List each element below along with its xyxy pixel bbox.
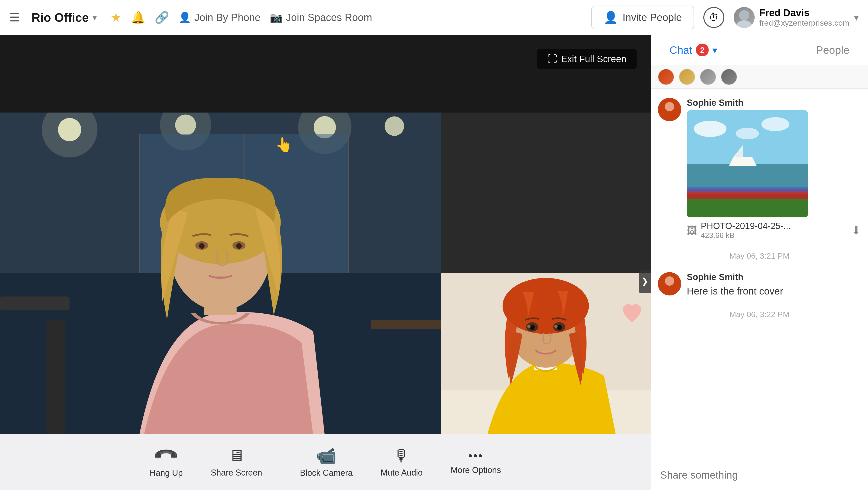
message-text-2: Here is the front cover xyxy=(687,285,861,298)
share-input-field[interactable] xyxy=(660,469,859,481)
chat-badge: 2 xyxy=(696,43,709,56)
header-right: 👤 Invite People ⏱ Fred Davis fred@xyzent… xyxy=(591,6,859,29)
hang-up-button[interactable]: 📞 Hang Up xyxy=(136,442,197,483)
mute-audio-button[interactable]: 🎙 Mute Audio xyxy=(367,442,437,482)
svg-rect-27 xyxy=(139,134,140,273)
svg-point-1 xyxy=(736,20,752,28)
controls-bar: 📞 Hang Up 🖥 Share Screen 📹 Block Camera … xyxy=(0,434,651,490)
join-phone-button[interactable]: 👤 Join By Phone xyxy=(178,11,261,24)
exit-fullscreen-icon: ⛶ xyxy=(547,53,557,65)
video-participant-right-container xyxy=(441,112,651,434)
exit-fullscreen-label: Exit Full Screen xyxy=(561,54,626,64)
file-info: PHOTO-2019-04-25-... 423.66 kB xyxy=(701,221,791,240)
tab-people[interactable]: People xyxy=(807,39,859,61)
app-title: Rio Office ▾ xyxy=(31,10,97,25)
message-1: Sophie Smith xyxy=(658,98,861,240)
svg-point-64 xyxy=(665,276,674,286)
svg-point-0 xyxy=(739,10,749,20)
controls-divider xyxy=(281,448,281,476)
svg-point-45 xyxy=(502,278,589,334)
message-sender-2: Sophie Smith xyxy=(687,272,861,282)
chat-area[interactable]: Sophie Smith xyxy=(651,89,868,460)
block-camera-button[interactable]: 📹 Block Camera xyxy=(286,442,367,483)
sidebar-toggle-button[interactable]: ❯ xyxy=(639,269,651,293)
block-camera-icon: 📹 xyxy=(316,446,337,465)
header-actions: ★ 🔔 🔗 👤 Join By Phone 📷 Join Spaces Room xyxy=(111,10,372,25)
message-avatar-1 xyxy=(658,98,681,121)
more-options-label: More Options xyxy=(451,465,501,475)
video-grid xyxy=(0,112,651,434)
star-icon[interactable]: ★ xyxy=(111,10,122,25)
user-name: Fred Davis xyxy=(759,7,849,19)
svg-point-49 xyxy=(557,325,562,330)
message-time-2: May 06, 3:22 PM xyxy=(658,310,861,319)
svg-rect-59 xyxy=(687,187,808,192)
more-options-icon: ••• xyxy=(468,449,484,462)
participants-row xyxy=(651,65,868,89)
svg-point-48 xyxy=(530,325,535,330)
share-screen-label: Share Screen xyxy=(211,468,262,478)
exit-fullscreen-button[interactable]: ⛶ Exit Full Screen xyxy=(537,49,637,69)
avatar xyxy=(734,7,755,28)
invite-label: Invite People xyxy=(623,12,682,23)
svg-point-62 xyxy=(736,128,759,139)
hang-up-icon: 📞 xyxy=(152,442,180,470)
join-room-label: Join Spaces Room xyxy=(286,12,372,23)
svg-rect-37 xyxy=(46,320,65,434)
join-phone-label: Join By Phone xyxy=(194,12,261,23)
message-avatar-2 xyxy=(658,272,681,295)
header: ☰ Rio Office ▾ ★ 🔔 🔗 👤 Join By Phone 📷 J… xyxy=(0,0,868,35)
title-chevron-icon[interactable]: ▾ xyxy=(92,12,97,22)
join-spaces-room-button[interactable]: 📷 Join Spaces Room xyxy=(270,11,372,24)
svg-rect-39 xyxy=(371,320,441,329)
block-camera-label: Block Camera xyxy=(300,468,352,478)
mute-audio-icon: 🎙 xyxy=(394,447,410,465)
timer-button[interactable]: ⏱ xyxy=(703,7,724,28)
menu-icon[interactable]: ☰ xyxy=(9,11,20,24)
svg-point-50 xyxy=(527,325,531,328)
message-2: Sophie Smith Here is the front cover xyxy=(658,272,861,298)
invite-icon: 👤 xyxy=(603,11,618,24)
chat-tab-label: Chat xyxy=(670,44,692,56)
user-chevron-icon[interactable]: ▾ xyxy=(854,12,859,23)
message-file: 🖼 PHOTO-2019-04-25-... 423.66 kB ⬇ xyxy=(687,221,861,240)
main-video-area: ⛶ Exit Full Screen xyxy=(0,35,651,434)
message-content-1: Sophie Smith xyxy=(687,98,861,240)
join-phone-icon: 👤 xyxy=(178,11,191,24)
user-details: Fred Davis fred@xyzenterprises.com xyxy=(759,7,849,28)
participant-avatar-2 xyxy=(679,69,695,85)
bell-icon[interactable]: 🔔 xyxy=(131,11,145,24)
more-options-button[interactable]: ••• More Options xyxy=(437,444,515,480)
participant-avatar-4 xyxy=(721,69,737,85)
message-time-1: May 06, 3:21 PM xyxy=(658,252,861,261)
message-image[interactable] xyxy=(687,110,808,218)
chat-chevron-icon[interactable]: ▾ xyxy=(712,45,717,56)
svg-point-22 xyxy=(384,117,404,136)
share-screen-icon: 🖥 xyxy=(228,447,245,465)
svg-point-51 xyxy=(554,325,558,328)
invite-people-button[interactable]: 👤 Invite People xyxy=(591,6,694,29)
right-panel: Chat 2 ▾ People Sophie Smith xyxy=(651,35,868,490)
download-icon[interactable]: ⬇ xyxy=(851,224,861,237)
video-participant-right-top xyxy=(441,112,651,273)
file-size: 423.66 kB xyxy=(701,231,791,240)
user-profile[interactable]: Fred Davis fred@xyzenterprises.com ▾ xyxy=(734,7,859,28)
join-room-icon: 📷 xyxy=(270,11,283,24)
chevron-right-icon: ❯ xyxy=(641,276,648,286)
message-sender-1: Sophie Smith xyxy=(687,98,861,108)
svg-rect-29 xyxy=(348,134,349,273)
participant-avatar-3 xyxy=(700,69,716,85)
share-screen-button[interactable]: 🖥 Share Screen xyxy=(197,442,276,482)
svg-point-53 xyxy=(665,102,674,111)
file-name: PHOTO-2019-04-25-... xyxy=(701,221,791,231)
share-input-area[interactable] xyxy=(651,460,868,490)
svg-point-35 xyxy=(199,243,205,249)
tab-chat[interactable]: Chat 2 ▾ xyxy=(660,39,726,61)
user-email: fred@xyzenterprises.com xyxy=(759,19,849,28)
header-left: ☰ Rio Office ▾ ★ 🔔 🔗 👤 Join By Phone 📷 J… xyxy=(9,10,372,25)
video-participant-left xyxy=(0,112,441,434)
chain-icon[interactable]: 🔗 xyxy=(155,11,169,24)
video-participant-right xyxy=(441,273,651,434)
mute-audio-label: Mute Audio xyxy=(381,468,423,478)
app-title-text: Rio Office xyxy=(31,10,89,25)
